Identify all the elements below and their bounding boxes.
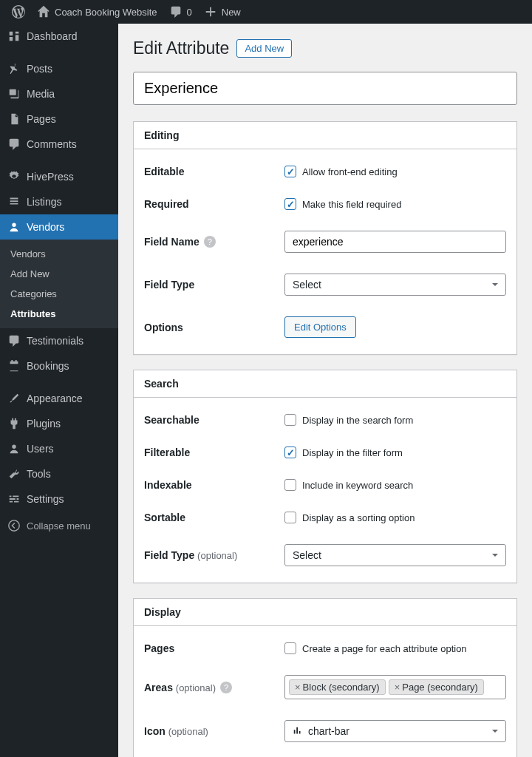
chart-bar-icon: [293, 726, 303, 736]
list-icon: [7, 195, 21, 208]
searchable-label: Searchable: [144, 414, 200, 426]
filterable-checkbox[interactable]: [284, 447, 296, 458]
menu-listings[interactable]: Listings: [0, 189, 118, 214]
comment-icon: [169, 5, 183, 18]
select-value: Select: [293, 549, 321, 561]
editable-checkbox[interactable]: [284, 166, 296, 177]
menu-label: HivePress: [27, 171, 74, 183]
menu-label: Dashboard: [27, 30, 78, 42]
fieldname-input[interactable]: [284, 231, 506, 253]
new-content-link[interactable]: New: [198, 0, 247, 24]
collapse-label: Collapse menu: [27, 520, 91, 532]
editable-text: Allow front-end editing: [302, 166, 398, 177]
menu-label: Media: [27, 88, 55, 100]
submenu-categories[interactable]: Categories: [0, 284, 118, 304]
main-content: Edit Attribute Add New Editing Editable …: [118, 24, 532, 757]
menu-tools[interactable]: Tools: [0, 461, 118, 486]
display-postbox: Display Pages Create a page for each att…: [133, 598, 517, 757]
tag-remove-icon[interactable]: ×: [295, 682, 301, 693]
icon-label: Icon (optional): [144, 725, 208, 737]
menu-label: Posts: [27, 63, 52, 75]
menu-posts[interactable]: Posts: [0, 56, 118, 81]
searchable-checkbox[interactable]: [284, 414, 296, 426]
search-fieldtype-label: Field Type (optional): [144, 549, 237, 561]
comments-link[interactable]: 0: [163, 0, 198, 24]
fieldname-label: Field Name: [144, 236, 200, 248]
menu-label: Tools: [27, 468, 51, 480]
collapse-menu[interactable]: Collapse menu: [0, 512, 118, 540]
tag-label: Page (secondary): [402, 682, 478, 693]
submenu-attributes[interactable]: Attributes: [0, 304, 118, 324]
fieldtype-select[interactable]: Select: [284, 274, 506, 296]
admin-bar: Coach Booking Website 0 New: [0, 0, 532, 24]
tag-remove-icon[interactable]: ×: [395, 682, 400, 693]
areas-label: Areas (optional): [144, 682, 216, 693]
display-heading: Display: [134, 599, 516, 626]
sortable-text: Display as a sorting option: [302, 512, 415, 523]
pages-label: Pages: [144, 642, 174, 654]
menu-dashboard[interactable]: Dashboard: [0, 24, 118, 49]
menu-bookings[interactable]: Bookings: [0, 353, 118, 378]
wordpress-icon: [12, 5, 25, 18]
menu-pages[interactable]: Pages: [0, 106, 118, 132]
filterable-label: Filterable: [144, 447, 190, 458]
menu-label: Comments: [27, 138, 77, 150]
required-checkbox[interactable]: [284, 198, 296, 210]
filterable-text: Display in the filter form: [302, 447, 403, 458]
search-fieldtype-select[interactable]: Select: [284, 544, 506, 566]
submenu-vendors[interactable]: Vendors: [0, 244, 118, 264]
edit-options-button[interactable]: Edit Options: [284, 316, 356, 338]
areas-input[interactable]: ×Block (secondary) ×Page (secondary): [284, 675, 506, 699]
help-icon[interactable]: ?: [220, 682, 232, 693]
menu-testimonials[interactable]: Testimonials: [0, 328, 118, 353]
menu-label: Users: [27, 443, 54, 455]
areas-tag[interactable]: ×Page (secondary): [389, 679, 484, 695]
indexable-checkbox[interactable]: [284, 479, 296, 491]
menu-users[interactable]: Users: [0, 436, 118, 461]
comments-count: 0: [187, 7, 192, 18]
fieldtype-label: Field Type: [144, 279, 194, 291]
menu-label: Settings: [27, 493, 64, 505]
quote-icon: [7, 334, 21, 347]
menu-plugins[interactable]: Plugins: [0, 411, 118, 436]
menu-label: Listings: [27, 196, 61, 208]
wordpress-logo[interactable]: [6, 0, 31, 24]
menu-label: Appearance: [27, 393, 83, 404]
svg-point-0: [9, 520, 19, 531]
sortable-label: Sortable: [144, 512, 185, 523]
icon-select[interactable]: chart-bar: [284, 720, 506, 742]
required-label: Required: [144, 198, 189, 210]
site-name: Coach Booking Website: [55, 7, 157, 18]
menu-settings[interactable]: Settings: [0, 486, 118, 512]
pages-text: Create a page for each attribute option: [302, 643, 467, 654]
menu-appearance[interactable]: Appearance: [0, 386, 118, 411]
admin-sidebar: Dashboard Posts Media Pages Comments Hiv…: [0, 24, 118, 757]
calendar-icon: [7, 359, 21, 373]
submenu-add-new[interactable]: Add New: [0, 264, 118, 284]
select-value: chart-bar: [308, 725, 349, 737]
indexable-text: Include in keyword search: [302, 480, 413, 491]
help-icon[interactable]: ?: [204, 236, 216, 248]
site-link[interactable]: Coach Booking Website: [31, 0, 163, 24]
tag-label: Block (secondary): [303, 682, 380, 693]
new-label: New: [222, 7, 241, 18]
menu-comments[interactable]: Comments: [0, 132, 118, 157]
select-value: Select: [293, 279, 321, 291]
editing-postbox: Editing Editable Allow front-end editing…: [133, 121, 517, 355]
menu-label: Vendors: [27, 221, 64, 233]
home-icon: [37, 5, 50, 18]
plus-icon: [204, 5, 217, 18]
page-title: Edit Attribute: [133, 38, 229, 58]
attribute-name-input[interactable]: [133, 72, 517, 105]
sortable-checkbox[interactable]: [284, 512, 296, 523]
menu-media[interactable]: Media: [0, 81, 118, 106]
media-icon: [7, 87, 21, 101]
menu-vendors[interactable]: Vendors: [0, 214, 118, 240]
add-new-button[interactable]: Add New: [236, 39, 292, 58]
searchable-text: Display in the search form: [302, 415, 413, 426]
areas-tag[interactable]: ×Block (secondary): [289, 679, 386, 695]
menu-hivepress[interactable]: HivePress: [0, 164, 118, 189]
indexable-label: Indexable: [144, 479, 192, 491]
user-icon: [7, 442, 21, 455]
pages-checkbox[interactable]: [284, 642, 296, 654]
